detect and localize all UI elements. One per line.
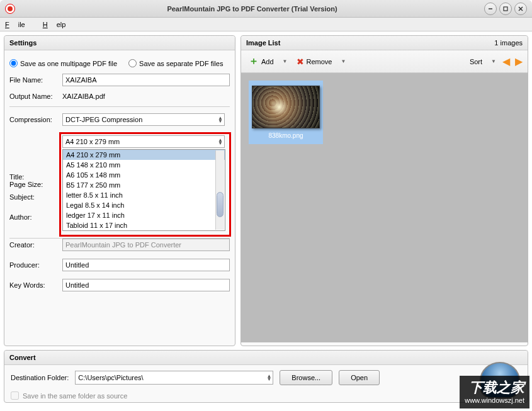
imagelist-count: 1 images (494, 39, 523, 47)
compression-select[interactable]: DCT-JPEG Compression ▲▼ (62, 113, 225, 126)
filename-label: File Name: (9, 76, 62, 84)
imagelist-panel: Image List 1 images ＋ Add ▼ ✖ Remove ▼ S… (241, 35, 528, 346)
menu-file[interactable]: File (5, 21, 34, 28)
settings-panel: Settings Save as one multipage PDF file … (4, 35, 235, 346)
same-folder-label: Save in the same folder as source (23, 392, 127, 400)
pagesize-option[interactable]: A6 105 x 148 mm (63, 170, 225, 180)
maximize-button[interactable] (499, 3, 512, 15)
close-icon (518, 6, 524, 12)
thumbnail-preview (252, 86, 320, 128)
chevron-updown-icon: ▲▼ (266, 374, 271, 381)
compression-label: Compression: (9, 116, 62, 123)
menu-help[interactable]: Help (43, 21, 66, 28)
svg-rect-2 (504, 7, 507, 11)
pagesize-dropdown: A4 210 x 279 mm A5 148 x 210 mm A6 105 x… (62, 149, 225, 231)
dropdown-scrollbar[interactable] (215, 150, 224, 230)
author-label: Author: (9, 213, 62, 221)
minimize-icon (487, 6, 494, 12)
app-icon (5, 4, 15, 14)
browse-button[interactable]: Browse... (280, 370, 332, 385)
close-button[interactable] (514, 3, 527, 15)
outputname-value: XAIZAIBA.pdf (62, 93, 230, 100)
svg-point-0 (8, 6, 13, 11)
pagesize-select[interactable]: A4 210 x 279 mm ▲▼ (62, 135, 225, 148)
pagesize-label: Page Size: (9, 181, 62, 188)
maximize-icon (502, 6, 509, 12)
convert-panel: Convert Destination Folder: C:\Users\pc\… (4, 350, 528, 403)
pagesize-option[interactable]: Tabloid 11 x 17 inch (63, 220, 225, 230)
radio-separate-input[interactable] (128, 59, 137, 67)
radio-multipage[interactable]: Save as one multipage PDF file (9, 59, 117, 67)
chevron-updown-icon: ▲▼ (218, 138, 223, 145)
radio-multipage-input[interactable] (9, 59, 18, 67)
dest-label: Destination Folder: (11, 374, 69, 381)
subject-label: Subject: (9, 193, 62, 201)
open-button[interactable]: Open (339, 370, 380, 385)
remove-button[interactable]: ✖ Remove (293, 55, 336, 69)
pagesize-option[interactable]: B5 177 x 250 mm (63, 180, 225, 190)
keywords-label: Key Words: (9, 281, 62, 289)
radio-separate[interactable]: Save as separate PDF files (128, 59, 223, 67)
outputname-label: Output Name: (9, 93, 62, 100)
producer-label: Producer: (9, 261, 62, 269)
imagelist-header: Image List (246, 39, 280, 47)
add-dropdown-chevron[interactable]: ▼ (280, 59, 290, 64)
window-title: PearlMountain JPG to PDF Converter (Tria… (20, 5, 484, 13)
keywords-input[interactable] (62, 279, 230, 291)
image-scroll-area[interactable]: 838kmo.png (241, 73, 528, 342)
thumbnail-name: 838kmo.png (251, 132, 320, 142)
next-arrow-icon[interactable]: ▶ (514, 55, 524, 67)
dest-select[interactable]: C:\Users\pc\Pictures\ ▲▼ (75, 371, 273, 385)
sort-button[interactable]: Sort (466, 56, 486, 67)
pagesize-option[interactable]: A4 210 x 279 mm (63, 150, 225, 160)
same-folder-checkbox (11, 391, 19, 400)
title-label: Title: (9, 173, 62, 181)
pagesize-option[interactable]: Legal 8.5 x 14 inch (63, 200, 225, 210)
plus-icon: ＋ (249, 55, 259, 68)
chevron-updown-icon: ▲▼ (218, 116, 223, 123)
watermark: 下载之家 www.windowszj.net (460, 376, 529, 408)
creator-input (62, 239, 230, 251)
prev-arrow-icon[interactable]: ◀ (501, 55, 511, 67)
producer-input[interactable] (62, 259, 230, 271)
creator-label: Creator: (9, 241, 62, 249)
convert-header: Convert (9, 354, 36, 361)
image-thumbnail[interactable]: 838kmo.png (249, 81, 323, 144)
pagesize-option[interactable]: ledger 17 x 11 inch (63, 210, 225, 220)
x-icon: ✖ (297, 57, 304, 67)
sort-dropdown-chevron[interactable]: ▼ (489, 59, 499, 64)
add-button[interactable]: ＋ Add (245, 53, 278, 70)
minimize-button[interactable] (484, 3, 497, 15)
pagesize-option[interactable]: A5 148 x 210 mm (63, 160, 225, 170)
scrollbar-thumb[interactable] (217, 192, 224, 217)
filename-input[interactable] (62, 74, 230, 86)
pagesize-option[interactable]: letter 8.5 x 11 inch (63, 190, 225, 200)
remove-dropdown-chevron[interactable]: ▼ (338, 59, 348, 64)
settings-header: Settings (9, 39, 37, 47)
